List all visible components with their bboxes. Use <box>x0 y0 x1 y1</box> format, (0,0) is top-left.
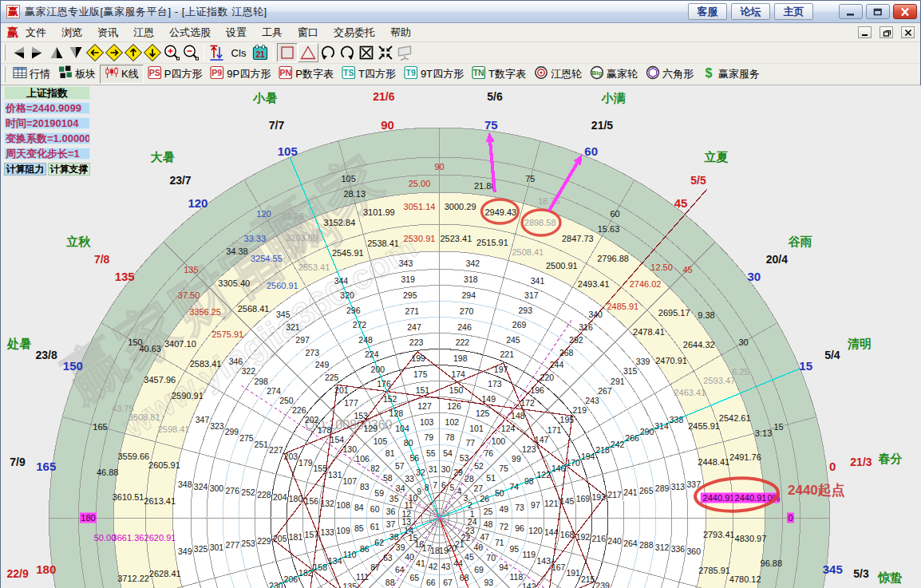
view-gann-wheel-button[interactable]: 江恩轮 <box>530 65 586 84</box>
view-sectors-button[interactable]: 板块 <box>54 65 100 84</box>
wheel-cell-number: 344 <box>334 276 349 286</box>
fit-box-icon[interactable] <box>357 43 376 62</box>
ring-percent360-label: 3356.25 <box>189 307 221 317</box>
cls-button[interactable]: Cls <box>227 43 251 62</box>
close-button[interactable] <box>893 4 917 19</box>
view-p-square-button[interactable]: PSP四方形 <box>144 65 207 84</box>
wheel-cell-number: 248 <box>358 335 373 345</box>
forum-button[interactable]: 论坛 <box>731 3 770 20</box>
wheel-cell-number: 336 <box>671 544 686 554</box>
wheel-cell-number: 107 <box>342 476 357 486</box>
menu-item-tools[interactable]: 工具 <box>259 24 285 41</box>
wheel-cell-number: 244 <box>550 360 564 369</box>
wheel-cell-number: 44 <box>453 558 463 568</box>
wheel-cell-number: 53 <box>460 453 469 463</box>
customer-service-button[interactable]: 客服 <box>688 3 727 20</box>
square-tool-icon[interactable] <box>277 43 298 62</box>
toolbar-grip[interactable] <box>3 66 6 82</box>
menu-item-file[interactable]: 文件 <box>23 24 49 41</box>
view-t-table-button[interactable]: TNT数字表 <box>468 65 530 84</box>
calendar-icon[interactable]: 21 <box>251 43 270 62</box>
wheel-cell-number: 301 <box>210 543 224 552</box>
menu-item-browse[interactable]: 浏览 <box>59 24 85 41</box>
homepage-button[interactable]: 主页 <box>774 3 813 20</box>
outer-degree-label: 180 <box>36 562 56 576</box>
menu-item-formula-stock-pick[interactable]: 公式选股 <box>167 24 213 41</box>
ring-coef-label: 2598.41 <box>158 424 190 434</box>
shift-left-icon[interactable] <box>85 43 105 62</box>
rotate-cw-icon[interactable] <box>338 43 357 62</box>
child-close-button[interactable] <box>901 26 915 38</box>
toolbar-grip[interactable] <box>3 45 6 61</box>
zoom-in-icon[interactable] <box>162 43 181 62</box>
wheel-cell-number: 292 <box>569 335 583 345</box>
pan-left-icon[interactable] <box>9 43 28 62</box>
wheel-cell-number: 194 <box>581 452 595 461</box>
pan-up-icon[interactable] <box>47 43 66 62</box>
wheel-cell-number: 99 <box>512 454 521 464</box>
collapse-icon[interactable] <box>376 43 395 62</box>
view-9t-square-button[interactable]: T99T四方形 <box>400 65 468 84</box>
pan-right-icon[interactable] <box>28 43 47 62</box>
wheel-cell-number: 313 <box>671 482 686 491</box>
wheel-cell-number: 130 <box>342 444 357 454</box>
child-minimize-button[interactable] <box>858 26 872 38</box>
triangle-tool-icon[interactable] <box>298 43 318 62</box>
wheel-cell-number: 29 <box>453 468 463 477</box>
zoom-out-icon[interactable] <box>181 43 200 62</box>
wheel-cell-number: 317 <box>524 290 539 300</box>
calc-resistance-button[interactable]: 计算阻力 <box>4 163 46 176</box>
wheel-cell-number: 40 <box>405 552 414 562</box>
application-window: 赢 赢家江恩专业版[赢家服务平台] - [上证指数 江恩轮] 客服 论坛 主页 … <box>0 0 921 588</box>
wheel-cell-number: 252 <box>241 487 255 497</box>
wheel-cell-number: 64 <box>395 565 405 574</box>
ring-percent-label: 28.13 <box>343 189 366 199</box>
menu-item-settings[interactable]: 设置 <box>223 24 249 41</box>
wheel-cell-number: 76 <box>484 448 493 458</box>
menu-item-gann[interactable]: 江恩 <box>131 24 156 41</box>
wheel-cell-number: 27 <box>473 483 483 493</box>
restore-button[interactable] <box>866 4 890 19</box>
view-quotes-button[interactable]: 行情 <box>9 65 54 84</box>
ring-percent360-label: 3101.99 <box>363 207 395 217</box>
child-restore-button[interactable] <box>879 26 893 38</box>
ring-percent-label: 37.50 <box>178 290 200 300</box>
wheel-cell-number: 28 <box>464 474 474 483</box>
solar-term-label: 小暑 <box>252 91 277 105</box>
menu-item-trade[interactable]: 交易委托 <box>331 24 377 41</box>
menu-item-help[interactable]: 帮助 <box>388 24 413 41</box>
ring-percent360-label: 3661.36 <box>113 533 144 543</box>
view-kline-button[interactable]: K线 <box>100 65 144 84</box>
view-winner-wheel-button[interactable]: Big赢家轮 <box>586 65 642 84</box>
menu-item-news[interactable]: 资讯 <box>95 24 121 41</box>
ring-coef-label: 2568.41 <box>238 304 270 314</box>
shift-right-icon[interactable] <box>105 43 124 62</box>
calc-support-button[interactable]: 计算支撑 <box>48 163 90 176</box>
ring-coef-label: 2575.91 <box>211 330 243 339</box>
screen-icon[interactable] <box>395 43 414 62</box>
ring-degree-label: 30 <box>738 337 748 347</box>
chart-canvas[interactable]: 赢家财富网赢家www.yingjia360.comQQ:100800360123… <box>1 85 921 588</box>
view-p-table-button[interactable]: PNP数字表 <box>275 65 338 84</box>
wheel-cell-number: 220 <box>540 373 555 382</box>
shift-down-icon[interactable] <box>143 43 162 62</box>
wheel-cell-number: 8 <box>425 483 429 492</box>
wheel-cell-number: 167 <box>551 562 566 572</box>
ring-degree-label: 165 <box>93 422 107 432</box>
wheel-cell-number: 276 <box>225 486 239 495</box>
view-t-square-button[interactable]: TST四方形 <box>338 65 400 84</box>
pan-down-icon[interactable] <box>66 43 85 62</box>
menu-item-window[interactable]: 窗口 <box>295 24 321 41</box>
wheel-cell-number: 66 <box>426 578 436 587</box>
wheel-cell-number: 241 <box>623 487 638 497</box>
t-adjust-icon[interactable] <box>208 43 227 62</box>
wheel-cell-number: 270 <box>460 306 474 316</box>
shift-up-icon[interactable] <box>124 43 143 62</box>
wheel-cell-number: 198 <box>453 353 468 363</box>
wheel-cell-number: 180 <box>289 494 303 503</box>
minimize-button[interactable] <box>839 4 863 19</box>
view-9p-square-button[interactable]: P99P四方形 <box>206 65 275 84</box>
view-service-button[interactable]: $赢家服务 <box>698 65 764 84</box>
rotate-ccw-icon[interactable] <box>318 43 338 62</box>
view-hexagon-button[interactable]: 六角形 <box>642 65 698 84</box>
